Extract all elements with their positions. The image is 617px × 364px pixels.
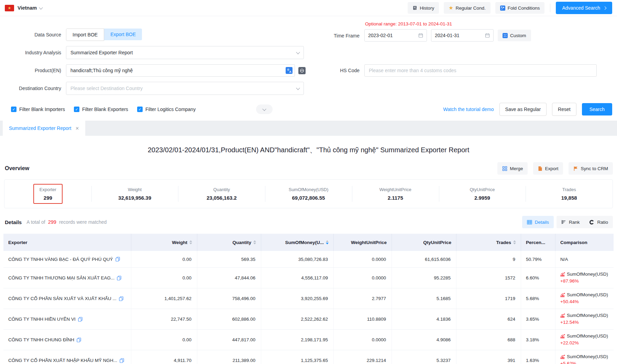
svg-text:A: A — [289, 70, 291, 74]
export-button[interactable]: Export — [533, 162, 563, 175]
checkbox-checked-icon[interactable]: ✓ — [11, 107, 16, 112]
trend-up-icon — [560, 355, 565, 359]
table-row[interactable]: CÔNG TY TNHH HIỀN UYÊN VI 22,747.50 602,… — [3, 309, 614, 330]
trend-up-icon — [560, 313, 565, 318]
view-details-button[interactable]: Details — [522, 216, 554, 228]
date-from-value: 2023-02-01 — [368, 33, 393, 38]
merge-button[interactable]: Merge — [497, 162, 528, 175]
exporter-name[interactable]: CÔNG TY TNHH HIỀN UYÊN VI — [8, 317, 76, 322]
stat-label: QtyUnitPrice — [470, 187, 495, 192]
stat-qty-unit-price: QtyUnitPrice2.9959 — [439, 180, 526, 208]
import-boe-button[interactable]: Import BOE — [66, 29, 104, 41]
table-row[interactable]: CÔNG TY CỔ PHẦN XUẤT NHẬP KHẨU MỸ NGH...… — [3, 350, 614, 364]
regular-cond-button[interactable]: ★ Regular Cond. — [444, 2, 491, 14]
trades-cell: 9 — [456, 251, 521, 267]
copy-icon[interactable] — [117, 276, 121, 280]
copy-icon[interactable] — [115, 257, 120, 262]
weight-cell: 22,747.50 — [131, 309, 197, 329]
column-header-percentage[interactable]: Percen... — [521, 234, 555, 251]
exporter-name[interactable]: CÔNG TY TNHH THƯƠNG MẠI SẢN XUẤT EAG... — [8, 275, 114, 280]
sort-icon-active-desc[interactable] — [326, 240, 329, 245]
regular-cond-label: Regular Cond. — [456, 5, 486, 11]
export-boe-button[interactable]: Export BOE — [104, 29, 142, 40]
exclude-icon[interactable] — [298, 67, 306, 74]
stat-exporter: Exporter 299 — [4, 180, 91, 208]
details-heading: Details — [5, 219, 22, 225]
date-to-input[interactable]: 2024-01-31 — [431, 29, 494, 42]
quantity-cell: 569.35 — [197, 251, 261, 267]
table-row[interactable]: CÔNG TY TNHH THƯƠNG MẠI SẢN XUẤT EAG... … — [3, 268, 614, 288]
exporter-name[interactable]: CÔNG TY TNHH CHUNG ĐỈNH — [8, 337, 74, 342]
industry-analysis-select[interactable]: Summarized Exporter Report — [66, 46, 304, 59]
chevron-down-icon[interactable] — [39, 5, 43, 9]
filter-blank-importers-checkbox[interactable]: ✓ Filter Blank Importers — [11, 107, 65, 112]
advanced-search-button[interactable]: Advanced Search — [556, 2, 612, 14]
sort-icon[interactable] — [189, 240, 192, 245]
history-button[interactable]: History — [408, 2, 439, 14]
view-rank-button[interactable]: Rank — [557, 216, 585, 228]
product-en-label: Product(EN) — [5, 68, 66, 73]
custom-range-button[interactable]: Custom — [498, 30, 531, 41]
table-row[interactable]: CÔNG TY TNHH VÀNG BẠC - ĐÁ QUÝ PHÚ QUÝ 0… — [3, 251, 614, 268]
import-boe-label: Import BOE — [73, 32, 98, 37]
close-icon[interactable]: ✕ — [75, 126, 79, 131]
trend-up-icon — [560, 334, 565, 339]
merge-icon — [502, 166, 507, 171]
sync-to-crm-button[interactable]: Sync to CRM — [569, 162, 613, 175]
column-header-sum-of-money[interactable]: SumOfMoney(U... — [261, 234, 334, 251]
column-header-weight-unit-price[interactable]: WeightUnitPrice — [334, 234, 392, 251]
tab-bar: Summarized Exporter Report ✕ — [0, 121, 617, 136]
filter-logistics-company-checkbox[interactable]: ✓ Filter Logitics Company — [137, 107, 196, 112]
view-ratio-button[interactable]: Ratio — [584, 216, 613, 228]
column-header-trades[interactable]: Trades — [456, 234, 521, 251]
column-label: Comparison — [560, 240, 587, 245]
product-en-input[interactable] — [66, 64, 295, 77]
column-label: SumOfMoney(U... — [285, 240, 324, 245]
tab-summarized-exporter-report[interactable]: Summarized Exporter Report ✕ — [3, 121, 85, 136]
column-label: Percen... — [526, 240, 545, 245]
trades-cell: 624 — [456, 309, 521, 329]
checkbox-checked-icon[interactable]: ✓ — [74, 107, 79, 112]
column-header-weight[interactable]: Weight — [131, 234, 197, 251]
date-from-input[interactable]: 2023-02-01 — [364, 29, 427, 42]
exporter-name[interactable]: CÔNG TY CỔ PHẦN XUẤT NHẬP KHẨU MỸ NGH... — [8, 358, 117, 363]
save-as-regular-button[interactable]: Save as Regular — [499, 103, 547, 116]
comparison-metric: SumOfMoney(USD) — [567, 313, 608, 319]
table-row[interactable]: CÔNG TY TNHH CHUNG ĐỈNH 0.00 447,817.00 … — [3, 330, 614, 350]
save-as-regular-label: Save as Regular — [505, 107, 541, 112]
fold-conditions-button[interactable]: Fold Conditions — [495, 2, 545, 14]
view-details-label: Details — [535, 220, 549, 225]
filter-label: Filter Blank Importers — [19, 107, 65, 112]
sort-icon[interactable] — [513, 240, 516, 245]
checkbox-checked-icon[interactable]: ✓ — [137, 107, 143, 112]
country-selector-label[interactable]: Vietnam — [18, 5, 37, 11]
filter-blank-exporters-checkbox[interactable]: ✓ Filter Blank Exporters — [74, 107, 128, 112]
destination-country-select[interactable]: Please select Destination Country — [66, 82, 304, 95]
copy-icon[interactable] — [120, 358, 124, 363]
stat-value: 2.1175 — [388, 195, 403, 201]
copy-icon[interactable] — [78, 317, 82, 322]
collapse-form-button[interactable] — [256, 104, 273, 114]
calendar-icon — [485, 33, 490, 38]
sort-icon[interactable] — [253, 240, 256, 245]
hs-code-input[interactable] — [364, 64, 597, 77]
column-header-exporter[interactable]: Exporter — [3, 234, 131, 251]
data-source-label: Data Source — [5, 32, 66, 37]
percent-cell: 6.60% — [521, 268, 555, 288]
copy-icon[interactable] — [119, 296, 123, 301]
exporter-name[interactable]: CÔNG TY TNHH VÀNG BẠC - ĐÁ QUÝ PHÚ QUÝ — [8, 257, 113, 262]
translate-icon[interactable]: A — [286, 67, 293, 74]
tutorial-demo-link[interactable]: Watch the tutorial demo — [443, 107, 494, 112]
column-header-comparison[interactable]: Comparison — [555, 234, 614, 251]
table-header-row: Exporter Weight Quantity SumOfMoney(U...… — [3, 234, 614, 251]
chevron-down-icon — [296, 86, 300, 90]
column-label: WeightUnitPrice — [351, 240, 387, 245]
search-button[interactable]: Search — [582, 103, 612, 115]
chevron-right-icon — [603, 6, 607, 10]
column-header-quantity[interactable]: Quantity — [197, 234, 261, 251]
reset-button[interactable]: Reset — [552, 103, 576, 116]
copy-icon[interactable] — [77, 338, 81, 342]
table-row[interactable]: CÔNG TY CỔ PHẦN SẢN XUẤT VÀ XUẤT KHẨU ..… — [3, 288, 614, 309]
column-header-qty-unit-price[interactable]: QtyUnitPrice — [392, 234, 456, 251]
exporter-name[interactable]: CÔNG TY CỔ PHẦN SẢN XUẤT VÀ XUẤT KHẨU ..… — [8, 296, 117, 301]
